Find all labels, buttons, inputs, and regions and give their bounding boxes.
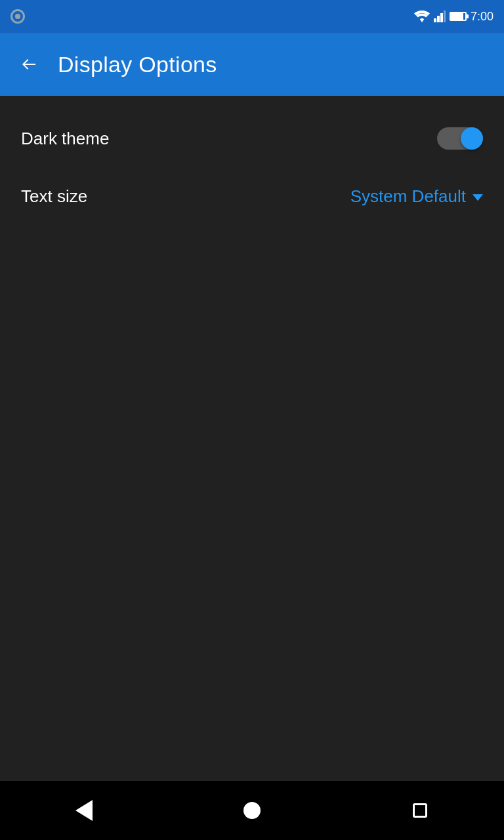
text-size-setting: Text size System Default (0, 168, 504, 225)
dark-theme-label: Dark theme (21, 129, 109, 149)
nav-home-button[interactable] (232, 791, 272, 830)
nav-recents-button[interactable] (400, 791, 440, 830)
content-area: Dark theme Text size System Default (0, 96, 504, 781)
text-size-value-label: System Default (350, 186, 466, 207)
app-bar: Display Options (0, 33, 504, 96)
status-time: 7:00 (471, 10, 494, 24)
page-title: Display Options (58, 52, 217, 77)
svg-rect-3 (444, 10, 446, 22)
dark-theme-toggle[interactable] (437, 127, 483, 150)
status-bar: 7:00 (0, 0, 504, 33)
back-button[interactable] (16, 51, 42, 77)
signal-icon (434, 10, 446, 22)
text-size-dropdown[interactable]: System Default (350, 186, 483, 207)
toggle-thumb (461, 127, 483, 150)
nav-recents-icon (413, 803, 427, 818)
nav-bar (0, 781, 504, 840)
battery-icon (450, 12, 467, 21)
text-size-label: Text size (21, 186, 87, 207)
status-bar-left (10, 9, 25, 24)
svg-rect-1 (437, 16, 440, 22)
status-bar-right: 7:00 (414, 10, 494, 24)
nav-back-icon (75, 800, 93, 821)
chevron-down-icon (472, 194, 483, 201)
svg-rect-0 (434, 18, 436, 22)
svg-rect-2 (440, 13, 443, 22)
nav-home-icon (243, 802, 261, 819)
nav-back-button[interactable] (64, 791, 104, 830)
status-indicator-icon (10, 9, 25, 24)
wifi-icon (414, 10, 430, 22)
dark-theme-setting: Dark theme (0, 109, 504, 168)
